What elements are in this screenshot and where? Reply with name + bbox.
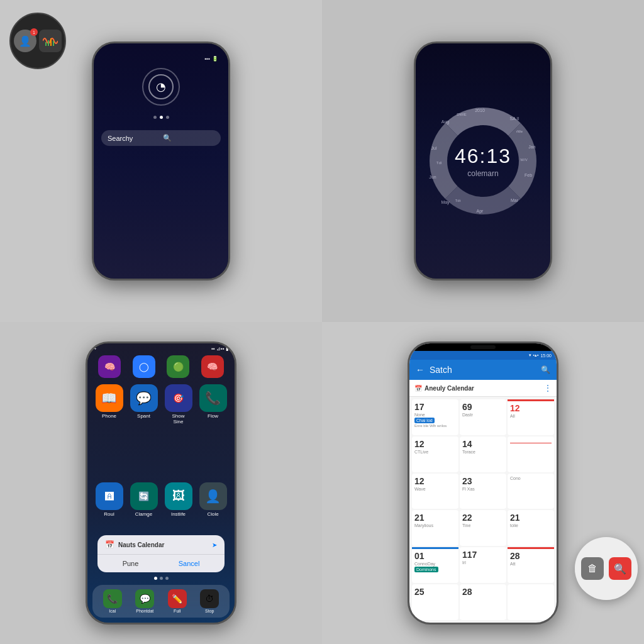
cal-cell-21b[interactable]: 21 tolie <box>508 510 554 546</box>
dock-full[interactable]: ✏️ Full <box>165 589 190 614</box>
ios-dialog: 📅 Nauts Calendar ➤ Pune Sancel <box>97 535 225 572</box>
search-fab-button[interactable]: 🔍 <box>609 557 631 580</box>
app-phone[interactable]: 📖 Phone <box>94 384 125 479</box>
cal-date-12c: 12 <box>414 476 456 486</box>
search-screen: ▪▪▪ 🔋 ◔ Searchy 🔍 <box>94 43 228 279</box>
cal-cell-12a[interactable]: 12 All <box>508 399 554 435</box>
cal-sub-01: ConnoDay <box>414 562 456 566</box>
app-toolbar: ← Satch 🔍 <box>409 360 557 380</box>
cal-cell-21a[interactable]: 21 Marylious <box>412 510 458 546</box>
ios-plus-btn[interactable]: + <box>94 346 97 352</box>
cal-cell-14[interactable]: 14 Torace <box>460 436 506 472</box>
cal-event-17: Enre ble Wlh wrilos <box>414 424 456 428</box>
cal-cell-69[interactable]: 69 Dastr <box>460 399 506 435</box>
cal-sub-12b: CTLive <box>414 450 456 454</box>
dialog-btn2[interactable]: Sancel <box>179 560 200 567</box>
cal-sub-69: Dastr <box>462 413 504 417</box>
back-button[interactable]: ← <box>416 365 425 375</box>
more-options-icon[interactable]: ⋮ <box>544 384 552 392</box>
dialog-btn1[interactable]: Pune <box>123 560 139 567</box>
svg-text:Jun: Jun <box>429 175 436 179</box>
svg-text:Apr: Apr <box>477 209 484 214</box>
instlife-label: Instlife <box>171 511 186 517</box>
dialog-header: 📅 Nauts Calendar ➤ <box>97 535 225 555</box>
instlife-icon: 🖼 <box>165 482 192 510</box>
showsine-label: ShowSine <box>172 413 184 425</box>
cal-cell-17[interactable]: 17 None Chai lod Enre ble Wlh wrilos <box>412 399 458 435</box>
dialog-title: Nauts Calendar <box>118 541 208 548</box>
android-status-bar: ▾ ▪▴▪ 15:00 <box>409 351 557 360</box>
bottom-dot-2 <box>160 577 163 580</box>
svg-text:rMe: rMe <box>516 130 523 133</box>
cal-cell-25[interactable]: 25 <box>412 584 458 620</box>
svg-rect-3 <box>53 41 54 46</box>
phone-icon: 📖 <box>96 384 123 412</box>
top-app-2[interactable]: ◯ <box>133 355 155 378</box>
dot-2 <box>160 116 163 119</box>
full-icon: ✏️ <box>168 589 187 608</box>
svg-text:W/V: W/V <box>520 158 527 162</box>
cal-cell-01[interactable]: 01 ConnoDay Dominons <box>412 547 458 583</box>
dock-stop[interactable]: ⏱ Stop <box>197 589 222 614</box>
cal-date-21b: 21 <box>510 513 552 523</box>
cal-cell-117[interactable]: 117 Irl <box>460 547 506 583</box>
quadrant-ios-home: + ▪▪ ⊿▪▪ ▮ 🧠 ◯ 🟢 🧠 📖 Phone 💬 Spant <box>0 322 322 644</box>
cal-date-01: 01 <box>414 551 456 561</box>
search-bar[interactable]: Searchy 🔍 <box>101 130 221 146</box>
clock-widget: ◔ <box>142 68 180 106</box>
top-app-3[interactable]: 🟢 <box>167 355 189 378</box>
calendar-grid: 17 None Chai lod Enre ble Wlh wrilos 69 … <box>409 397 557 623</box>
phontdat-icon: 💬 <box>135 589 154 608</box>
cal-sub-14: Torace <box>462 450 504 454</box>
svg-text:Aug: Aug <box>441 119 450 125</box>
cal-cell-23[interactable]: 23 Fl Xas <box>460 474 506 509</box>
delete-fab-button[interactable]: 🗑 <box>581 557 604 580</box>
app-spant[interactable]: 💬 Spant <box>128 384 159 479</box>
cal-date-28a: 28 <box>510 551 552 561</box>
svg-text:2010: 2010 <box>475 108 485 113</box>
dialog-icon: 📅 <box>105 540 114 549</box>
signal-icon: ▪▪▪ <box>204 56 210 62</box>
ical-label: Ical <box>109 609 116 613</box>
spant-icon: 💬 <box>130 384 158 412</box>
svg-text:May: May <box>441 200 450 205</box>
dock-phontdat[interactable]: 💬 Phontdat <box>132 589 157 614</box>
dock-ical[interactable]: 📞 Ical <box>100 589 125 614</box>
battery-icon: 🔋 <box>212 56 218 62</box>
cal-cell-28b[interactable]: 28 <box>460 584 506 620</box>
wifi-icon: ▾ <box>529 353 531 358</box>
top-app-1[interactable]: 🧠 <box>98 355 121 378</box>
svg-text:SA II: SA II <box>510 116 519 121</box>
cal-cell-22[interactable]: 22 Tine <box>460 510 506 546</box>
cal-date-117: 117 <box>462 550 504 560</box>
toolbar-title: Satch <box>430 365 536 375</box>
status-time: 15:00 <box>540 353 552 358</box>
flow-label: Flow <box>208 413 218 419</box>
cal-date-12b: 12 <box>414 439 456 449</box>
cal-date-12a: 12 <box>510 403 552 413</box>
app-flow[interactable]: 📞 Flow <box>197 384 228 479</box>
cal-cell-12c[interactable]: 12 Wave <box>412 474 458 509</box>
roul-icon: 🅰 <box>96 482 123 510</box>
clock-inner: ◔ <box>148 74 174 99</box>
calendar-header: 📅 Aneuly Calendar ⋮ <box>409 380 557 397</box>
trash-icon: 🗑 <box>587 563 597 574</box>
red-divider <box>510 443 552 443</box>
cal-cell-12b[interactable]: 12 CTLive <box>412 436 458 472</box>
svg-text:DWIE: DWIE <box>457 113 467 116</box>
quadrant-clock: 2010 SA II Jan Feb Mar Apr May Jun Jul A… <box>322 0 644 322</box>
blue-bar <box>412 547 458 549</box>
ical-icon: 📞 <box>103 589 122 608</box>
app-showsine[interactable]: 🎯 ShowSine <box>163 384 194 479</box>
search-toolbar-icon[interactable]: 🔍 <box>541 365 550 374</box>
cal-badge-17: Chai lod <box>414 418 435 423</box>
cal-cell-28a[interactable]: 28 Att <box>508 547 554 583</box>
cal-sub-17: None <box>414 413 456 417</box>
cal-cell-cono[interactable]: Cono <box>508 474 554 509</box>
dialog-buttons: Pune Sancel <box>97 555 225 572</box>
clole-label: Clole <box>207 511 218 517</box>
status-icons: ▪▪▪ 🔋 <box>204 56 218 62</box>
top-app-4[interactable]: 🧠 <box>201 355 224 378</box>
phontdat-label: Phontdat <box>136 609 153 613</box>
overlay-circle: 👤 1 <box>9 13 66 69</box>
